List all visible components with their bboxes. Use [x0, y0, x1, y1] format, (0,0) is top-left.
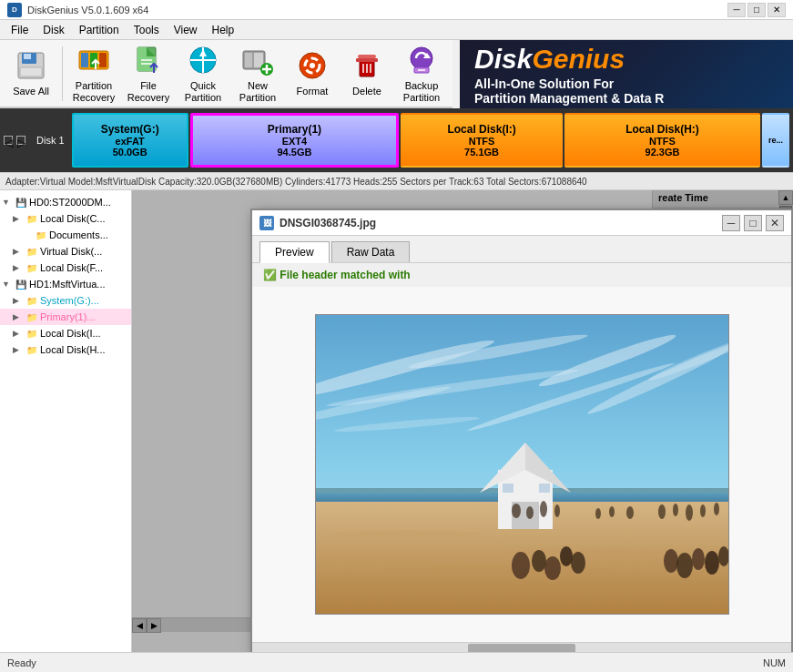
local-i-icon: 📁: [25, 327, 38, 340]
app-icon: D: [7, 3, 22, 17]
modal-title-bar: 🖼 DNSGI0368745.jpg ─ □ ✕: [252, 210, 791, 236]
beach-image: [315, 314, 729, 615]
menu-view[interactable]: View: [167, 22, 205, 38]
sidebar-tree: ▼ 💾 HD0:ST2000DM... ▶ 📁 Local Disk(C... …: [0, 190, 132, 652]
status-bar: Ready NUM: [0, 652, 793, 672]
svg-point-72: [626, 506, 634, 519]
quick-partition-label: QuickPartition: [185, 80, 221, 102]
disk-panel-local-h[interactable]: Local Disk(H:) NTFS 92.3GB: [564, 113, 760, 168]
toolbar-area: Save All PartitionRecovery: [0, 40, 793, 108]
main-content: ▼ 💾 HD0:ST2000DM... ▶ 📁 Local Disk(C... …: [0, 190, 793, 652]
modal-status: ✅ File header matched with: [252, 263, 791, 287]
modal-minimize-button[interactable]: ─: [722, 215, 740, 231]
file-recovery-icon: [132, 44, 165, 76]
sidebar-item-system-g[interactable]: ▶ 📁 System(G:)...: [0, 292, 131, 309]
svg-point-68: [700, 504, 706, 517]
sidebar-item-primary-1[interactable]: ▶ 📁 Primary(1)...: [0, 309, 131, 325]
disk-nav-prev[interactable]: ◁: [4, 136, 13, 145]
info-text: Adapter:Virtual Model:MsftVirtualDisk Ca…: [5, 177, 587, 187]
quick-partition-button[interactable]: QuickPartition: [178, 44, 229, 103]
svg-point-61: [512, 504, 521, 518]
info-bar: Adapter:Virtual Model:MsftVirtualDisk Ca…: [0, 172, 793, 190]
modal-close-button[interactable]: ✕: [766, 215, 784, 231]
svg-point-65: [658, 504, 666, 519]
disk-panels: ◁ ▷ Disk 1 System(G:) exFAT 50.0GB Prima…: [0, 108, 793, 172]
tab-raw-data[interactable]: Raw Data: [331, 241, 411, 262]
svg-rect-2: [24, 54, 31, 59]
format-label: Format: [297, 86, 329, 97]
delete-label: Delete: [352, 86, 381, 97]
menu-tools[interactable]: Tools: [127, 22, 167, 38]
sidebar-item-local-f[interactable]: ▶ 📁 Local Disk(F...: [0, 260, 131, 276]
svg-point-66: [673, 504, 678, 516]
disk-panel-extra[interactable]: re...: [762, 113, 789, 168]
status-ready: Ready: [7, 657, 36, 668]
modal-icon: 🖼: [259, 216, 274, 230]
close-button[interactable]: ✕: [768, 3, 786, 17]
hd0-icon: 💾: [15, 196, 27, 209]
sidebar-item-documents[interactable]: 📁 Documents...: [0, 227, 131, 243]
svg-point-70: [595, 508, 601, 519]
virtual-icon: 📁: [25, 245, 38, 258]
svg-rect-7: [99, 53, 107, 67]
minimize-button[interactable]: ─: [727, 3, 746, 17]
menu-help[interactable]: Help: [205, 22, 242, 38]
modal-restore-button[interactable]: □: [744, 215, 762, 231]
window-title: DiskGenius V5.0.1.609 x64: [27, 5, 148, 15]
menu-file[interactable]: File: [4, 22, 36, 38]
restore-button[interactable]: □: [747, 3, 766, 17]
svg-point-75: [544, 556, 561, 580]
save-all-icon: [15, 49, 47, 82]
svg-point-79: [676, 553, 693, 578]
svg-point-64: [554, 504, 560, 517]
quick-partition-icon: [187, 44, 219, 76]
svg-point-74: [532, 550, 546, 572]
dg-logo: DiskGenius: [474, 44, 625, 75]
backup-partition-icon: [405, 44, 438, 76]
hd1-icon: 💾: [15, 278, 27, 290]
delete-button[interactable]: Delete: [341, 44, 392, 103]
new-partition-icon: [241, 44, 274, 76]
window-controls: ─ □ ✕: [727, 3, 786, 17]
new-partition-label: NewPartition: [239, 80, 276, 102]
image-preview-modal: 🖼 DNSGI0368745.jpg ─ □ ✕ Preview Raw Dat…: [250, 209, 793, 652]
sidebar-item-virtual[interactable]: ▶ 📁 Virtual Disk(...: [0, 243, 131, 260]
delete-icon: [351, 49, 383, 82]
svg-point-62: [526, 506, 534, 519]
menu-partition[interactable]: Partition: [72, 22, 127, 38]
disk-nav-next[interactable]: ▷: [16, 136, 25, 145]
sidebar-item-hd1[interactable]: ▼ 💾 HD1:MsftVirtua...: [0, 276, 131, 292]
disk-label: Disk 1: [31, 135, 70, 146]
right-panel: reate Time 018-10-26 22:37:08 018-10-26 …: [132, 190, 793, 652]
save-all-label: Save All: [13, 86, 49, 97]
tab-preview[interactable]: Preview: [259, 241, 330, 263]
sidebar-item-local-c[interactable]: ▶ 📁 Local Disk(C...: [0, 210, 131, 227]
modal-scrollbar-thumb[interactable]: [468, 644, 575, 652]
sidebar-item-hd0[interactable]: ▼ 💾 HD0:ST2000DM...: [0, 194, 131, 210]
disk-panel-system[interactable]: System(G:) exFAT 50.0GB: [72, 113, 188, 168]
sidebar-item-local-h[interactable]: ▶ 📁 Local Disk(H...: [0, 341, 131, 358]
svg-point-80: [692, 548, 705, 570]
local-c-icon: 📁: [25, 212, 38, 225]
svg-point-76: [560, 546, 573, 566]
file-recovery-button[interactable]: FileRecovery: [123, 44, 174, 103]
svg-point-27: [310, 63, 315, 68]
sidebar-item-local-i[interactable]: ▶ 📁 Local Disk(I...: [0, 325, 131, 341]
new-partition-button[interactable]: NewPartition: [232, 44, 283, 103]
svg-rect-30: [358, 55, 376, 58]
partition-recovery-icon: [77, 44, 110, 76]
save-all-button[interactable]: Save All: [5, 44, 56, 103]
format-button[interactable]: Format: [287, 44, 338, 103]
svg-point-51: [334, 530, 480, 537]
file-recovery-label: FileRecovery: [127, 80, 169, 102]
svg-point-73: [512, 552, 530, 579]
disk-panel-local-i[interactable]: Local Disk(I:) NTFS 75.1GB: [401, 113, 563, 168]
toolbar: Save All PartitionRecovery: [0, 40, 452, 108]
disk-panel-primary[interactable]: Primary(1) EXT4 94.5GB: [190, 113, 399, 168]
partition-recovery-button[interactable]: PartitionRecovery: [68, 44, 119, 103]
svg-point-63: [540, 501, 547, 517]
menu-disk[interactable]: Disk: [36, 22, 71, 38]
svg-point-71: [609, 506, 615, 517]
backup-partition-button[interactable]: BackupPartition: [396, 44, 447, 103]
svg-point-78: [664, 549, 678, 573]
